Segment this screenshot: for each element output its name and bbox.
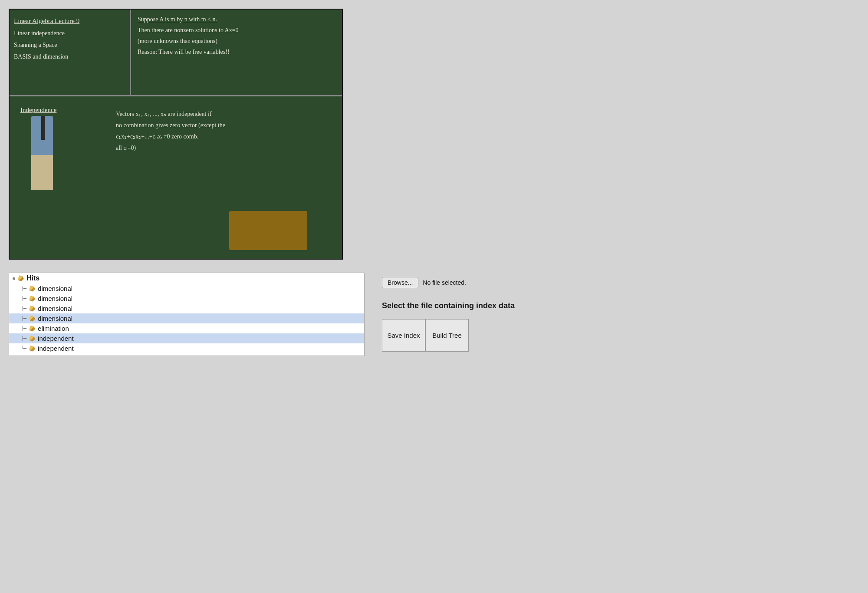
chalk-theorem: Suppose A is m by n with m < n. xyxy=(138,15,335,24)
right-controls-panel: Browse... No file selected. Select the f… xyxy=(373,273,859,356)
root-connector-icon: ⊕ xyxy=(13,276,15,281)
select-file-heading: Select the file containing index data xyxy=(382,301,851,310)
item-connector-icon: ├─ xyxy=(21,296,26,301)
tree-item-label: independent xyxy=(38,335,74,342)
item-leaf-icon xyxy=(29,306,35,312)
chalk-title: Linear Algebra Lecture 9 xyxy=(14,16,125,26)
tree-item-highlighted[interactable]: ├─ dimensional xyxy=(9,313,364,323)
file-status-label: No file selected. xyxy=(423,279,466,286)
tree-panel: ⊕ Hits ├─ dimensional ├─ dimensional ├─ xyxy=(9,273,365,356)
build-tree-button[interactable]: Build Tree xyxy=(425,319,469,352)
tree-item-label: dimensional xyxy=(38,305,72,312)
item-connector-icon: ├─ xyxy=(21,336,26,341)
chalk-theorem3: Reason: There will be free variables!! xyxy=(138,47,335,56)
item-leaf-icon xyxy=(29,346,35,352)
main-container: Linear Algebra Lecture 9 Linear independ… xyxy=(0,0,868,593)
chalk-def2: no combination gives zero vector (except… xyxy=(116,121,331,130)
item-leaf-icon xyxy=(29,336,35,342)
item-leaf-icon xyxy=(29,286,35,292)
person-tie xyxy=(41,116,45,140)
tree-item-label: dimensional xyxy=(38,315,72,322)
tree-item-label: dimensional xyxy=(38,295,72,302)
chalk-left-panel: Linear Algebra Lecture 9 Linear independ… xyxy=(10,10,131,95)
tree-item[interactable]: └─ independent xyxy=(9,343,364,353)
top-section: Linear Algebra Lecture 9 Linear independ… xyxy=(0,0,868,264)
bottom-section: ⊕ Hits ├─ dimensional ├─ dimensional ├─ xyxy=(0,264,868,365)
chalkboard-bottom: Independence Vectors x₁, x₂, ..., xₙ are… xyxy=(10,96,342,259)
tree-item-highlighted[interactable]: ├─ independent xyxy=(9,333,364,343)
person-legs xyxy=(31,155,53,190)
item-connector-icon: ├─ xyxy=(21,306,26,311)
right-empty-panel xyxy=(343,9,859,260)
item-leaf-icon xyxy=(29,296,35,302)
chalk-theorem1: Then there are nonzero solutions to Ax=0 xyxy=(138,26,335,35)
item-leaf-icon xyxy=(29,326,35,332)
desk xyxy=(229,211,307,250)
tree-item-label: independent xyxy=(38,345,74,352)
person-body xyxy=(31,116,53,155)
tree-item-label: dimensional xyxy=(38,285,72,292)
chalk-def4: all cᵢ=0) xyxy=(116,143,331,152)
item-connector-icon: ├─ xyxy=(21,316,26,321)
file-selector-row: Browse... No file selected. xyxy=(382,277,851,288)
item-connector-icon: ├─ xyxy=(21,286,26,291)
chalk-def3: c₁x₁+c₂x₂+...+cₙxₙ≠0 zero comb. xyxy=(116,132,331,141)
video-player[interactable]: Linear Algebra Lecture 9 Linear independ… xyxy=(9,9,343,260)
item-connector-icon: └─ xyxy=(21,346,26,351)
tree-root-item[interactable]: ⊕ Hits xyxy=(9,273,364,283)
chalk-line1: Linear independence xyxy=(14,29,125,38)
chalk-def1: Vectors x₁, x₂, ..., xₙ are independent … xyxy=(116,109,331,119)
tree-item-label: elimination xyxy=(38,325,69,332)
chalkboard: Linear Algebra Lecture 9 Linear independ… xyxy=(10,10,342,259)
lecturer-figure xyxy=(23,137,62,233)
item-leaf-icon xyxy=(29,316,35,322)
chalk-right-panel: Suppose A is m by n with m < n. Then the… xyxy=(131,10,342,95)
tree-root-label: Hits xyxy=(26,274,39,282)
tree-item[interactable]: ├─ dimensional xyxy=(9,283,364,293)
tree-item[interactable]: ├─ dimensional xyxy=(9,303,364,313)
action-buttons-group: Save Index Build Tree xyxy=(382,319,851,352)
chalk-line3: BASIS and dimension xyxy=(14,52,125,61)
save-index-button[interactable]: Save Index xyxy=(382,319,425,352)
item-connector-icon: ├─ xyxy=(21,326,26,331)
chalk-line2: Spanning a Space xyxy=(14,40,125,49)
chalk-theorem2: (more unknowns than equations) xyxy=(138,36,335,46)
chalkboard-top: Linear Algebra Lecture 9 Linear independ… xyxy=(10,10,342,96)
tree-item[interactable]: ├─ dimensional xyxy=(9,293,364,303)
chalk-independence-label: Independence xyxy=(20,105,56,115)
video-area: Linear Algebra Lecture 9 Linear independ… xyxy=(9,9,343,260)
browse-button[interactable]: Browse... xyxy=(382,277,418,288)
tree-item[interactable]: ├─ elimination xyxy=(9,323,364,333)
root-leaf-icon xyxy=(18,275,24,281)
